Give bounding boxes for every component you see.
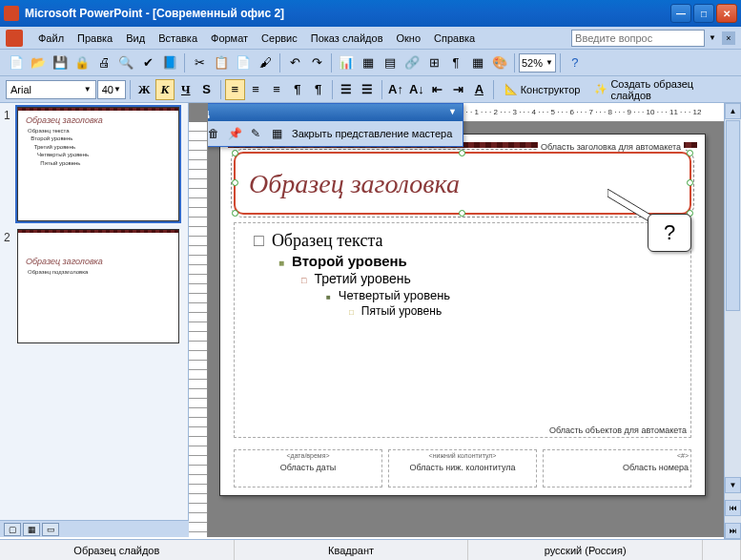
sorter-view-button[interactable]: ▦	[23, 523, 40, 536]
menu-file[interactable]: Файл	[32, 31, 70, 46]
view-buttons: ▢ ▦ ▭	[0, 520, 189, 537]
dropdown-icon[interactable]: ▼	[709, 33, 716, 42]
date-placeholder[interactable]: <дата/время> Область даты	[234, 449, 382, 487]
paste-icon[interactable]: 📄	[233, 52, 254, 73]
doc-close-button[interactable]: ×	[722, 31, 735, 45]
decrease-font-button[interactable]: A↓	[406, 79, 426, 100]
font-color-button[interactable]: A	[469, 79, 489, 100]
save-icon[interactable]: 💾	[50, 52, 71, 73]
number-placeholder[interactable]: <#> Область номера	[543, 449, 691, 487]
new-icon[interactable]: 📄	[6, 52, 27, 73]
menu-tools[interactable]: Сервис	[256, 31, 303, 46]
rtl-button[interactable]: ¶	[287, 79, 307, 100]
workspace: 1 Образец заголовка Образец текста Второ…	[0, 103, 741, 537]
bullets-button[interactable]: ☰	[358, 79, 378, 100]
font-name-combo[interactable]: Arial ▼	[6, 80, 96, 99]
menu-view[interactable]: Вид	[120, 31, 151, 46]
close-master-view-button[interactable]: Закрыть представление мастера	[288, 128, 456, 139]
align-center-button[interactable]: ≡	[246, 79, 266, 100]
menu-window[interactable]: Окно	[391, 31, 427, 46]
ltr-button[interactable]: ¶	[308, 79, 328, 100]
preserve-master-icon[interactable]: 📌	[225, 124, 244, 143]
thumbnail-panel: 1 Образец заголовка Образец текста Второ…	[0, 103, 189, 537]
cut-icon[interactable]: ✂	[189, 52, 210, 73]
help-icon[interactable]: ?	[565, 52, 586, 73]
align-right-button[interactable]: ≡	[267, 79, 287, 100]
decrease-indent-button[interactable]: ⇤	[427, 79, 447, 100]
editor-area: 12 · · · 11 · · · 10 · · · 9 · · · 8 · ·…	[189, 103, 741, 537]
numbering-button[interactable]: ☰	[337, 79, 357, 100]
help-question-input[interactable]	[571, 30, 705, 47]
vertical-ruler[interactable]	[189, 122, 208, 537]
increase-font-button[interactable]: A↑	[386, 79, 406, 100]
close-button[interactable]: ✕	[716, 4, 737, 23]
italic-button[interactable]: К	[155, 79, 175, 100]
body-placeholder[interactable]: Образец текста Второй уровень Третий уро…	[234, 222, 691, 438]
float-toolbar-title[interactable]: Образец ▼	[208, 104, 463, 121]
align-left-button[interactable]: ≡	[225, 79, 245, 100]
chart-icon[interactable]: 📊	[336, 52, 357, 73]
redo-icon[interactable]: ↷	[306, 52, 327, 73]
scroll-down-button[interactable]: ▼	[725, 477, 741, 493]
research-icon[interactable]: 📘	[159, 52, 180, 73]
new-master-button[interactable]: ✨ Создать образец слайдов	[587, 79, 735, 100]
rename-master-icon[interactable]: ✎	[246, 124, 265, 143]
minimize-button[interactable]: ―	[670, 4, 691, 23]
undo-icon[interactable]: ↶	[284, 52, 305, 73]
slideshow-view-button[interactable]: ▭	[42, 523, 59, 536]
footer-placeholder[interactable]: <нижний колонтитул> Область ниж. колонти…	[388, 449, 537, 487]
status-language[interactable]: русский (Россия)	[468, 540, 703, 560]
slide-master[interactable]: Область заголовка для автомакета Образец…	[219, 134, 706, 496]
help-question-box[interactable]	[571, 30, 705, 47]
prev-slide-button[interactable]: ⏮	[725, 500, 741, 516]
delete-master-icon[interactable]: 🗑	[208, 124, 223, 143]
designer-button[interactable]: 📐 Конструктор	[498, 79, 587, 100]
spellcheck-icon[interactable]: ✔	[137, 52, 158, 73]
next-slide-button[interactable]: ⏭	[725, 523, 741, 539]
scroll-up-button[interactable]: ▲	[725, 103, 741, 119]
format-painter-icon[interactable]: 🖌	[255, 52, 276, 73]
menu-slideshow[interactable]: Показ слайдов	[305, 31, 389, 46]
status-extra	[703, 540, 741, 560]
menu-bar: Файл Правка Вид Вставка Формат Сервис По…	[0, 27, 741, 50]
font-size-combo[interactable]: 40 ▼	[97, 80, 126, 99]
copy-icon[interactable]: 📋	[211, 52, 232, 73]
new-slide-icon: ✨	[594, 83, 607, 95]
menu-edit[interactable]: Правка	[72, 31, 118, 46]
normal-view-button[interactable]: ▢	[4, 523, 21, 536]
table-icon[interactable]: ▦	[358, 52, 379, 73]
master-float-toolbar[interactable]: Образец ▼ 📄 📄 🗑 📌 ✎ ▦ Закрыть представле…	[208, 103, 463, 147]
menu-help[interactable]: Справка	[428, 31, 481, 46]
open-icon[interactable]: 📂	[28, 52, 49, 73]
status-view: Образец слайдов	[0, 540, 235, 560]
bold-button[interactable]: Ж	[134, 79, 154, 100]
zoom-combo[interactable]: 52% ▼	[519, 53, 556, 73]
hyperlink-icon[interactable]: 🔗	[401, 52, 422, 73]
window-titlebar: Microsoft PowerPoint - [Современный офис…	[0, 0, 741, 27]
color-icon[interactable]: 🎨	[489, 52, 510, 73]
window-title: Microsoft PowerPoint - [Современный офис…	[25, 7, 670, 20]
grid-icon[interactable]: ▦	[467, 52, 488, 73]
preview-icon[interactable]: 🔍	[115, 52, 136, 73]
vertical-scrollbar[interactable]: ▲ ▼ ⏮ ⏭	[724, 103, 741, 539]
chevron-down-icon: ▼	[113, 85, 121, 93]
menu-insert[interactable]: Вставка	[153, 31, 203, 46]
tables-borders-icon[interactable]: ▤	[380, 52, 401, 73]
increase-indent-button[interactable]: ⇥	[448, 79, 468, 100]
permission-icon[interactable]: 🔒	[72, 52, 93, 73]
underline-button[interactable]: Ч	[175, 79, 196, 100]
chevron-down-icon: ▼	[545, 58, 553, 67]
maximize-button[interactable]: □	[693, 4, 714, 23]
shadow-button[interactable]: S	[196, 79, 216, 100]
formatting-toolbar: Arial ▼ 40 ▼ Ж К Ч S ≡ ≡ ≡ ¶ ¶ ☰ ☰ A↑ A↓…	[0, 76, 741, 103]
question-callout: ?	[648, 214, 691, 252]
thumbnail-1[interactable]: 1 Образец заголовка Образец текста Второ…	[4, 107, 184, 221]
master-layout-icon[interactable]: ▦	[267, 124, 286, 143]
menu-format[interactable]: Формат	[205, 31, 254, 46]
thumbnail-2[interactable]: 2 Образец заголовка Образец подзаголовка	[4, 229, 184, 343]
show-formatting-icon[interactable]: ¶	[445, 52, 466, 73]
designer-icon: 📐	[504, 83, 518, 95]
scroll-thumb[interactable]	[726, 120, 740, 311]
expand-icon[interactable]: ⊞	[423, 52, 444, 73]
print-icon[interactable]: 🖨	[93, 52, 114, 73]
